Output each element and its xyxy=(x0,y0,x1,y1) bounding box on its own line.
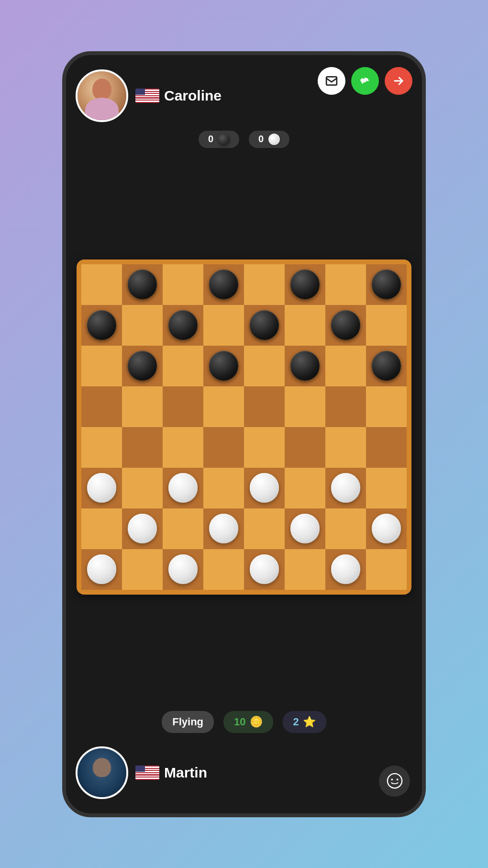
message-button[interactable] xyxy=(318,67,345,95)
checker-black-2-7[interactable] xyxy=(372,351,401,380)
cell-5-3[interactable] xyxy=(203,468,244,508)
cell-3-1[interactable] xyxy=(122,386,163,427)
exit-button[interactable] xyxy=(385,67,412,95)
checker-black-2-3[interactable] xyxy=(209,351,238,380)
svg-point-1 xyxy=(387,774,401,788)
checker-white-6-5[interactable] xyxy=(290,514,320,543)
cell-0-2[interactable] xyxy=(163,264,203,305)
checker-white-7-0[interactable] xyxy=(87,554,116,584)
cell-7-4[interactable] xyxy=(244,549,285,590)
cell-3-3[interactable] xyxy=(203,386,244,427)
cell-5-2[interactable] xyxy=(163,468,203,508)
checker-white-5-4[interactable] xyxy=(250,473,279,502)
cell-4-2[interactable] xyxy=(163,427,203,468)
cell-2-3[interactable] xyxy=(203,346,244,386)
checker-black-0-3[interactable] xyxy=(209,270,238,299)
cell-1-5[interactable] xyxy=(285,305,325,346)
checker-white-7-6[interactable] xyxy=(331,554,360,584)
cell-1-6[interactable] xyxy=(325,305,366,346)
cell-4-0[interactable] xyxy=(81,427,122,468)
bottom-player-info: Martin xyxy=(135,765,207,781)
cell-4-1[interactable] xyxy=(122,427,163,468)
cell-6-2[interactable] xyxy=(163,508,203,549)
emoji-button[interactable] xyxy=(379,766,410,797)
cell-3-6[interactable] xyxy=(325,386,366,427)
checker-white-7-4[interactable] xyxy=(250,554,279,584)
cell-2-4[interactable] xyxy=(244,346,285,386)
top-player-section: Caroline xyxy=(66,55,422,127)
checker-black-1-0[interactable] xyxy=(87,310,116,339)
checker-black-0-1[interactable] xyxy=(128,270,157,299)
cell-2-5[interactable] xyxy=(285,346,325,386)
checker-white-5-0[interactable] xyxy=(87,473,116,502)
checker-black-2-5[interactable] xyxy=(290,351,320,380)
checker-black-1-6[interactable] xyxy=(331,310,360,339)
checker-white-6-7[interactable] xyxy=(372,514,401,543)
cell-5-5[interactable] xyxy=(285,468,325,508)
checker-black-0-5[interactable] xyxy=(290,270,320,299)
cell-1-2[interactable] xyxy=(163,305,203,346)
cell-1-4[interactable] xyxy=(244,305,285,346)
handshake-button[interactable] xyxy=(351,67,379,95)
cell-0-0[interactable] xyxy=(81,264,122,305)
cell-7-2[interactable] xyxy=(163,549,203,590)
checker-black-0-7[interactable] xyxy=(372,270,401,299)
cell-0-1[interactable] xyxy=(122,264,163,305)
cell-1-3[interactable] xyxy=(203,305,244,346)
cell-7-5[interactable] xyxy=(285,549,325,590)
checker-white-5-2[interactable] xyxy=(168,473,198,502)
stars-value: 2 xyxy=(293,716,299,728)
cell-6-4[interactable] xyxy=(244,508,285,549)
cell-4-5[interactable] xyxy=(285,427,325,468)
cell-7-3[interactable] xyxy=(203,549,244,590)
cell-3-5[interactable] xyxy=(285,386,325,427)
cell-0-5[interactable] xyxy=(285,264,325,305)
cell-2-2[interactable] xyxy=(163,346,203,386)
light-piece-icon xyxy=(268,134,280,145)
cell-7-1[interactable] xyxy=(122,549,163,590)
checker-black-1-2[interactable] xyxy=(168,310,198,339)
cell-2-0[interactable] xyxy=(81,346,122,386)
cell-1-1[interactable] xyxy=(122,305,163,346)
svg-point-3 xyxy=(396,778,398,780)
cell-6-6[interactable] xyxy=(325,508,366,549)
checker-white-5-6[interactable] xyxy=(331,473,360,502)
cell-2-7[interactable] xyxy=(366,346,407,386)
cell-2-1[interactable] xyxy=(122,346,163,386)
cell-0-3[interactable] xyxy=(203,264,244,305)
cell-5-4[interactable] xyxy=(244,468,285,508)
cell-4-7[interactable] xyxy=(366,427,407,468)
cell-5-6[interactable] xyxy=(325,468,366,508)
cell-1-0[interactable] xyxy=(81,305,122,346)
cell-3-0[interactable] xyxy=(81,386,122,427)
cell-1-7[interactable] xyxy=(366,305,407,346)
cell-6-0[interactable] xyxy=(81,508,122,549)
top-player-info: Caroline xyxy=(135,88,222,104)
cell-5-0[interactable] xyxy=(81,468,122,508)
cell-4-4[interactable] xyxy=(244,427,285,468)
cell-5-7[interactable] xyxy=(366,468,407,508)
cell-6-5[interactable] xyxy=(285,508,325,549)
cell-7-6[interactable] xyxy=(325,549,366,590)
cell-3-7[interactable] xyxy=(366,386,407,427)
cell-0-6[interactable] xyxy=(325,264,366,305)
cell-0-7[interactable] xyxy=(366,264,407,305)
cell-6-1[interactable] xyxy=(122,508,163,549)
checker-black-1-4[interactable] xyxy=(250,310,279,339)
cell-7-0[interactable] xyxy=(81,549,122,590)
cell-3-4[interactable] xyxy=(244,386,285,427)
cell-3-2[interactable] xyxy=(163,386,203,427)
top-player-avatar xyxy=(76,69,128,122)
checker-white-6-1[interactable] xyxy=(128,514,157,543)
checker-white-7-2[interactable] xyxy=(168,554,198,584)
cell-4-6[interactable] xyxy=(325,427,366,468)
cell-6-3[interactable] xyxy=(203,508,244,549)
checker-black-2-1[interactable] xyxy=(128,351,157,380)
cell-6-7[interactable] xyxy=(366,508,407,549)
cell-0-4[interactable] xyxy=(244,264,285,305)
checker-white-6-3[interactable] xyxy=(209,514,238,543)
cell-5-1[interactable] xyxy=(122,468,163,508)
cell-4-3[interactable] xyxy=(203,427,244,468)
cell-7-7[interactable] xyxy=(366,549,407,590)
cell-2-6[interactable] xyxy=(325,346,366,386)
